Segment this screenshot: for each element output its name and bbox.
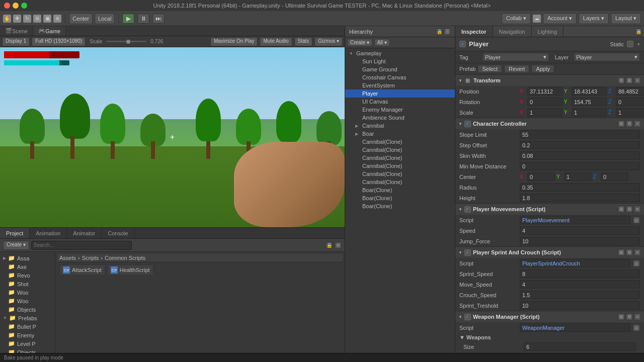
wm-btn2[interactable]: ⚙ — [626, 313, 633, 320]
maximize-button[interactable]: Maximize On Play — [210, 37, 258, 46]
script-attack[interactable]: C# AttackScript — [59, 264, 105, 276]
sc-btn1[interactable]: ⊞ — [618, 249, 625, 256]
h-item-sunlight[interactable]: Sun Light — [345, 57, 455, 65]
sc-enabled[interactable]: ✓ — [464, 249, 471, 256]
revert-button[interactable]: Revert — [504, 65, 529, 73]
cc-btn1[interactable]: ⊞ — [618, 120, 625, 127]
cc-header[interactable]: ▼ ✓ Character Controller ⊞ ⚙ ≡ — [455, 118, 644, 129]
game-canvas[interactable]: + — [0, 47, 345, 227]
tab-animation[interactable]: Animation — [30, 228, 67, 238]
resolution-button[interactable]: Full HD (1920×1080) — [32, 37, 86, 46]
center-button[interactable]: Center — [69, 13, 93, 24]
wm-enabled[interactable]: ✓ — [464, 314, 471, 320]
h-item-boar-clone1[interactable]: Boar(Clone) — [345, 186, 455, 194]
hierarchy-menu[interactable]: ☰ — [444, 28, 451, 35]
transform-btn2[interactable]: ≡ — [634, 77, 641, 84]
slope-input[interactable] — [520, 130, 640, 139]
folder-woo1[interactable]: 📁Woo — [0, 288, 55, 297]
rotate-tool-icon[interactable]: ↻ — [23, 15, 31, 23]
wm-size-input[interactable] — [524, 342, 636, 351]
cc-enabled[interactable]: ✓ — [464, 121, 471, 127]
select-button[interactable]: Select — [477, 65, 502, 73]
h-item-player[interactable]: Player — [345, 89, 455, 98]
center-y[interactable] — [564, 172, 592, 181]
scale-x-input[interactable] — [527, 108, 562, 117]
folder-bullet[interactable]: 📁Bullet P — [0, 322, 55, 331]
height-input[interactable] — [520, 194, 640, 202]
tab-animator[interactable]: Animator — [67, 228, 102, 238]
play-button[interactable]: ▶ — [122, 14, 134, 24]
wm-script-ref[interactable]: WeaponManager — [520, 323, 630, 332]
maximize-button[interactable] — [21, 3, 27, 9]
step-button[interactable]: ⏭ — [152, 14, 165, 24]
all-button[interactable]: All ▾ — [374, 39, 390, 46]
layers-dropdown[interactable]: Layers ▾ — [579, 13, 609, 24]
pm-speed-input[interactable] — [520, 226, 640, 235]
account-dropdown[interactable]: Account ▾ — [543, 13, 577, 24]
static-checkbox[interactable] — [627, 41, 633, 47]
h-item-boar-clone2[interactable]: Boar(Clone) — [345, 194, 455, 202]
h-item-gameground[interactable]: Game Ground — [345, 65, 455, 73]
h-item-cannibal-clone2[interactable]: Cannibal(Clone) — [345, 146, 455, 154]
h-item-boar-clone3[interactable]: Boar(Clone) — [345, 202, 455, 210]
sc-header[interactable]: ▼ ✓ Player Sprint And Crouch (Script) ⊞ … — [455, 247, 644, 258]
tab-lighting[interactable]: Lighting — [532, 26, 564, 37]
display-button[interactable]: Display 1 — [2, 37, 30, 46]
tag-dropdown[interactable]: Player ▾ — [482, 53, 549, 61]
static-dropdown-arrow[interactable]: ▾ — [637, 42, 640, 47]
scale-z-input[interactable] — [616, 108, 644, 117]
folder-objects2[interactable]: 📁Objects — [0, 348, 55, 353]
rot-z-input[interactable] — [616, 98, 644, 106]
scale-tool-icon[interactable]: ⊞ — [33, 15, 41, 23]
h-item-cannibal-clone3[interactable]: Cannibal(Clone) — [345, 154, 455, 162]
sc-sprint-tresh-input[interactable] — [520, 301, 640, 310]
pm-header[interactable]: ▼ ✓ Player Movevement (Script) ⊞ ⚙ ≡ — [455, 204, 644, 215]
pm-jump-input[interactable] — [520, 237, 640, 245]
h-item-gameplay[interactable]: ▼ Gameplay — [345, 49, 455, 57]
pos-z-input[interactable] — [616, 87, 644, 96]
pm-btn3[interactable]: ≡ — [634, 206, 641, 213]
scale-slider[interactable] — [106, 41, 146, 42]
folder-objects1[interactable]: 📁Objects — [0, 305, 55, 314]
stats-button[interactable]: Stats — [294, 37, 313, 46]
transform-settings[interactable]: ⚙ — [618, 77, 625, 84]
folder-enemy[interactable]: 📁Enemy — [0, 331, 55, 339]
tab-inspector[interactable]: Inspector — [455, 26, 493, 37]
h-item-boar[interactable]: ▶ Boar — [345, 130, 455, 138]
rect-tool-icon[interactable]: ▣ — [43, 15, 51, 23]
skin-input[interactable] — [520, 151, 640, 160]
wm-btn3[interactable]: ≡ — [634, 313, 641, 320]
h-item-ambience[interactable]: Ambience Sound — [345, 114, 455, 122]
hand-tool-icon[interactable]: ✋ — [3, 15, 11, 23]
rot-y-input[interactable] — [572, 98, 607, 106]
apply-button[interactable]: Apply — [531, 65, 554, 73]
pm-btn1[interactable]: ⊞ — [618, 206, 625, 213]
tab-game[interactable]: 🎮 Game — [33, 26, 66, 36]
wm-header[interactable]: ▼ ✓ Weapon Manager (Script) ⊞ ⚙ ≡ — [455, 311, 644, 322]
h-item-cannibal[interactable]: ▶ Cannibal — [345, 122, 455, 130]
layer-dropdown[interactable]: Player ▾ — [574, 53, 640, 61]
transform-btn1[interactable]: ⊞ — [626, 77, 633, 84]
object-enabled-checkbox[interactable]: ✓ — [459, 41, 466, 47]
create-button[interactable]: Create ▾ — [3, 241, 29, 250]
lock-icon[interactable]: 🔒 — [326, 242, 333, 249]
settings-icon[interactable]: ⚙ — [335, 242, 342, 249]
tab-project[interactable]: Project — [0, 228, 30, 238]
folder-shot[interactable]: 📁Shot — [0, 280, 55, 288]
scale-y-input[interactable] — [572, 108, 607, 117]
center-z[interactable] — [601, 172, 628, 181]
radius-input[interactable] — [520, 183, 640, 192]
hierarchy-lock[interactable]: 🔒 — [436, 28, 443, 35]
pos-x-input[interactable] — [527, 87, 562, 96]
window-controls[interactable] — [4, 3, 27, 9]
pm-script-btn[interactable]: ◎ — [633, 217, 640, 224]
step-input[interactable] — [520, 141, 640, 149]
cloud-icon[interactable]: ☁ — [533, 15, 541, 23]
rot-x-input[interactable] — [527, 98, 562, 106]
wm-btn1[interactable]: ⊞ — [618, 313, 625, 320]
folder-revo[interactable]: 📁Revo — [0, 271, 55, 280]
minmove-input[interactable] — [520, 162, 640, 170]
h-item-cannibal-clone1[interactable]: Cannibal(Clone) — [345, 138, 455, 146]
h-item-cannibal-clone5[interactable]: Cannibal(Clone) — [345, 170, 455, 178]
folder-woo2[interactable]: 📁Woo — [0, 297, 55, 305]
